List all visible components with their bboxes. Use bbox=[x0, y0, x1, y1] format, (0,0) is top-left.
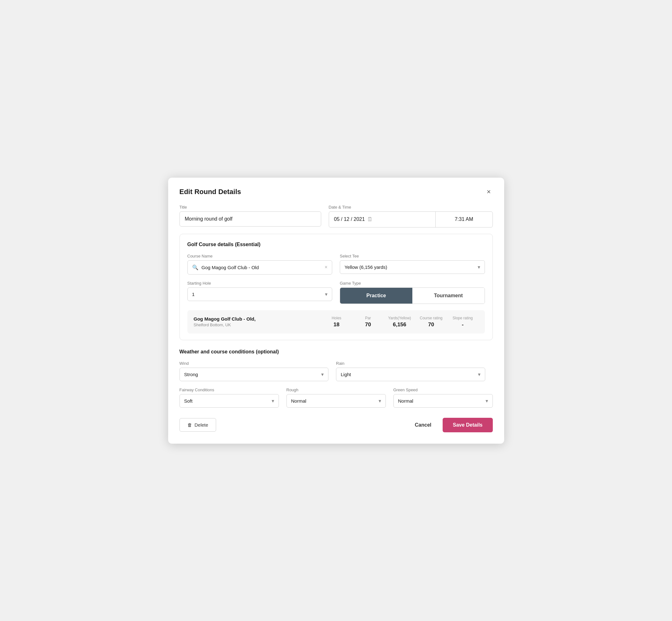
rough-select-wrap[interactable]: ShortNormalLongVery Long ▾ bbox=[287, 394, 386, 408]
clear-icon[interactable]: × bbox=[325, 264, 328, 270]
golf-section-title: Golf Course details (Essential) bbox=[187, 242, 485, 247]
rough-label: Rough bbox=[287, 387, 386, 392]
select-tee-wrap[interactable]: Yellow (6,156 yards) White Red Blue ▾ bbox=[340, 260, 485, 274]
green-speed-label: Green Speed bbox=[393, 387, 493, 392]
golf-course-section: Golf Course details (Essential) Course N… bbox=[179, 234, 493, 340]
trash-icon: 🗑 bbox=[187, 422, 192, 427]
close-button[interactable]: × bbox=[485, 188, 493, 196]
search-icon: 🔍 bbox=[192, 264, 199, 271]
par-label: Par bbox=[365, 316, 371, 320]
wind-label: Wind bbox=[179, 361, 329, 366]
course-rating-value: 70 bbox=[428, 322, 434, 328]
game-type-toggle: Practice Tournament bbox=[340, 287, 485, 304]
fairway-field: Fairway Conditions DryFirmNormalSoftWet … bbox=[179, 387, 279, 408]
starting-hole-wrap[interactable]: 1234 5678 910 ▾ bbox=[187, 287, 333, 301]
date-part[interactable]: 05 / 12 / 2021 🗓 bbox=[329, 212, 436, 227]
hole-gametype-row: Starting Hole 1234 5678 910 ▾ Game Type … bbox=[187, 281, 485, 304]
datetime-field-group: Date & Time 05 / 12 / 2021 🗓 7:31 AM bbox=[329, 205, 493, 227]
wind-field: Wind NoneLightModerateStrongVery Strong … bbox=[179, 361, 329, 381]
course-info-box: Gog Magog Golf Club - Old, Shelford Bott… bbox=[187, 310, 485, 334]
course-name-input[interactable] bbox=[202, 265, 322, 270]
title-label: Title bbox=[179, 205, 321, 210]
green-speed-dropdown[interactable]: SlowNormalFastVery Fast bbox=[398, 398, 488, 404]
par-stat: Par 70 bbox=[352, 316, 384, 328]
yards-label: Yards(Yellow) bbox=[388, 316, 411, 320]
course-name-label: Course Name bbox=[187, 254, 333, 258]
course-info-name: Gog Magog Golf Club - Old, bbox=[194, 316, 321, 322]
date-value: 05 / 12 / 2021 bbox=[334, 216, 365, 222]
wind-rain-row: Wind NoneLightModerateStrongVery Strong … bbox=[179, 361, 493, 381]
rain-dropdown[interactable]: NoneLightModerateHeavy bbox=[341, 372, 480, 377]
course-info-location: Shelford Bottom, UK bbox=[194, 323, 321, 327]
holes-value: 18 bbox=[333, 322, 339, 328]
fairway-rough-green-row: Fairway Conditions DryFirmNormalSoftWet … bbox=[179, 387, 493, 408]
slope-rating-value: - bbox=[462, 322, 464, 328]
holes-stat: Holes 18 bbox=[321, 316, 352, 328]
course-rating-label: Course rating bbox=[420, 316, 442, 320]
delete-label: Delete bbox=[195, 422, 208, 427]
starting-hole-group: Starting Hole 1234 5678 910 ▾ bbox=[187, 281, 333, 304]
rough-dropdown[interactable]: ShortNormalLongVery Long bbox=[291, 398, 381, 404]
footer-right: Cancel Save Details bbox=[410, 418, 493, 432]
practice-toggle-btn[interactable]: Practice bbox=[340, 288, 412, 303]
slope-rating-stat: Slope rating - bbox=[447, 316, 478, 328]
green-speed-select-wrap[interactable]: SlowNormalFastVery Fast ▾ bbox=[393, 394, 493, 408]
edit-round-modal: Edit Round Details × Title Date & Time 0… bbox=[168, 178, 504, 444]
green-speed-field: Green Speed SlowNormalFastVery Fast ▾ bbox=[393, 387, 493, 408]
wind-select-wrap[interactable]: NoneLightModerateStrongVery Strong ▾ bbox=[179, 368, 329, 381]
wind-dropdown[interactable]: NoneLightModerateStrongVery Strong bbox=[184, 372, 324, 377]
rain-field: Rain NoneLightModerateHeavy ▾ bbox=[336, 361, 485, 381]
select-tee-label: Select Tee bbox=[340, 254, 485, 258]
time-value: 7:31 AM bbox=[455, 216, 473, 222]
yards-value: 6,156 bbox=[393, 322, 406, 328]
fairway-label: Fairway Conditions bbox=[179, 387, 279, 392]
cancel-button[interactable]: Cancel bbox=[410, 418, 436, 432]
game-type-group: Game Type Practice Tournament bbox=[340, 281, 485, 304]
weather-section: Weather and course conditions (optional)… bbox=[179, 349, 493, 408]
datetime-label: Date & Time bbox=[329, 205, 493, 210]
title-datetime-row: Title Date & Time 05 / 12 / 2021 🗓 7:31 … bbox=[179, 205, 493, 227]
fairway-dropdown[interactable]: DryFirmNormalSoftWet bbox=[184, 398, 274, 404]
rough-field: Rough ShortNormalLongVery Long ▾ bbox=[287, 387, 386, 408]
save-button[interactable]: Save Details bbox=[443, 418, 493, 432]
holes-label: Holes bbox=[332, 316, 341, 320]
course-rating-stat: Course rating 70 bbox=[416, 316, 447, 328]
course-tee-row: Course Name 🔍 × Select Tee Yellow (6,156… bbox=[187, 254, 485, 275]
course-info-name-group: Gog Magog Golf Club - Old, Shelford Bott… bbox=[194, 316, 321, 327]
delete-button[interactable]: 🗑 Delete bbox=[179, 418, 216, 432]
game-type-label: Game Type bbox=[340, 281, 485, 286]
modal-title: Edit Round Details bbox=[179, 188, 241, 196]
title-field-group: Title bbox=[179, 205, 321, 227]
select-tee-dropdown[interactable]: Yellow (6,156 yards) White Red Blue bbox=[344, 264, 480, 270]
rain-label: Rain bbox=[336, 361, 485, 366]
tournament-toggle-btn[interactable]: Tournament bbox=[412, 288, 485, 303]
par-value: 70 bbox=[365, 322, 371, 328]
starting-hole-dropdown[interactable]: 1234 5678 910 bbox=[192, 292, 328, 297]
time-part[interactable]: 7:31 AM bbox=[436, 212, 493, 227]
fairway-select-wrap[interactable]: DryFirmNormalSoftWet ▾ bbox=[179, 394, 279, 408]
title-input[interactable] bbox=[179, 211, 321, 226]
rain-select-wrap[interactable]: NoneLightModerateHeavy ▾ bbox=[336, 368, 485, 381]
date-time-group: 05 / 12 / 2021 🗓 7:31 AM bbox=[329, 211, 493, 227]
slope-rating-label: Slope rating bbox=[452, 316, 473, 320]
course-name-group: Course Name 🔍 × bbox=[187, 254, 333, 275]
modal-footer: 🗑 Delete Cancel Save Details bbox=[179, 418, 493, 432]
course-name-search-wrap[interactable]: 🔍 × bbox=[187, 260, 333, 275]
yards-stat: Yards(Yellow) 6,156 bbox=[384, 316, 416, 328]
calendar-icon: 🗓 bbox=[367, 216, 373, 223]
starting-hole-label: Starting Hole bbox=[187, 281, 333, 286]
modal-header: Edit Round Details × bbox=[179, 188, 493, 196]
weather-title: Weather and course conditions (optional) bbox=[179, 349, 493, 355]
select-tee-group: Select Tee Yellow (6,156 yards) White Re… bbox=[340, 254, 485, 275]
